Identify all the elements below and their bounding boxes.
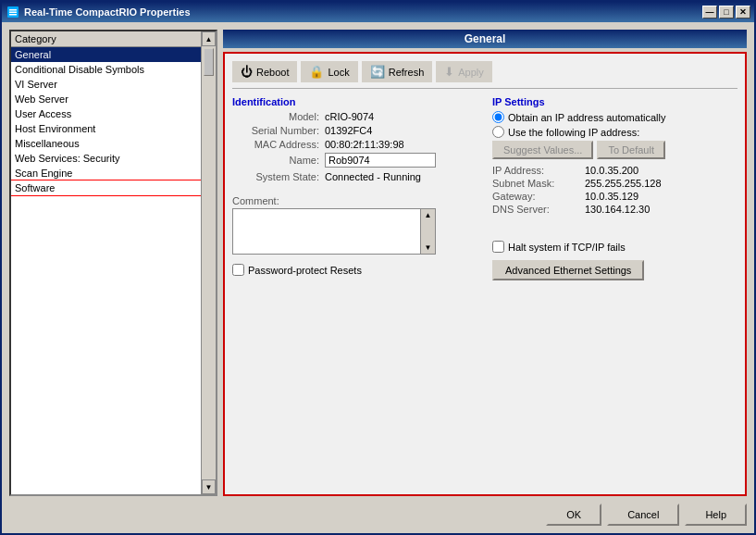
dns-value: 130.164.12.30 [585, 204, 650, 215]
manual-ip-radio[interactable] [492, 126, 504, 138]
halt-row: Halt system if TCP/IP fails [492, 241, 737, 253]
svg-rect-2 [9, 12, 17, 14]
comment-label: Comment: [232, 195, 477, 206]
lock-button[interactable]: 🔒 Lock [301, 61, 357, 82]
reboot-button[interactable]: ⏻ Reboot [232, 61, 297, 82]
gateway-value: 10.0.35.129 [585, 191, 638, 202]
help-button[interactable]: Help [685, 504, 747, 526]
model-row: Model: cRIO-9074 [232, 111, 477, 122]
sidebar-item-conditional-disable[interactable]: Conditional Disable Symbols [11, 62, 201, 77]
sidebar-item-general[interactable]: General [11, 47, 201, 62]
ip-address-label: IP Address: [492, 165, 585, 176]
serial-row: Serial Number: 01392FC4 [232, 125, 477, 136]
subnet-value: 255.255.255.128 [585, 178, 662, 189]
svg-rect-1 [9, 9, 17, 11]
sidebar-item-miscellaneous[interactable]: Miscellaneous [11, 136, 201, 151]
name-row: Name: [232, 153, 477, 168]
right-column: IP Settings Obtain an IP address automat… [492, 96, 737, 487]
model-value: cRIO-9074 [325, 111, 374, 122]
apply-button[interactable]: ⬇ Apply [436, 61, 492, 82]
auto-ip-row: Obtain an IP address automatically [492, 111, 737, 123]
refresh-icon: 🔄 [370, 65, 385, 79]
title-bar: Real-Time CompactRIO Properties — □ ✕ [2, 2, 754, 22]
refresh-button[interactable]: 🔄 Refresh [362, 61, 433, 82]
advanced-ethernet-button[interactable]: Advanced Ethernet Settings [492, 260, 644, 280]
sidebar-item-web-server[interactable]: Web Server [11, 92, 201, 106]
comment-scroll-down[interactable]: ▼ [425, 242, 432, 254]
comment-scroll-up[interactable]: ▲ [425, 209, 432, 221]
gateway-row: Gateway: 10.0.35.129 [492, 191, 737, 202]
comment-scrollbar: ▲ ▼ [420, 209, 435, 254]
sidebar-item-host-environment[interactable]: Host Environment [11, 121, 201, 136]
apply-label: Apply [458, 67, 484, 78]
password-protect-label: Password-protect Resets [248, 265, 362, 276]
password-protect-checkbox[interactable] [232, 264, 244, 276]
sidebar-list: Category General Conditional Disable Sym… [11, 31, 201, 494]
ok-button[interactable]: OK [546, 504, 601, 526]
sidebar-header: Category [11, 31, 201, 47]
advanced-btn-wrapper: Advanced Ethernet Settings [492, 260, 737, 280]
ip-address-value: 10.0.35.200 [585, 165, 638, 176]
sidebar-item-software[interactable]: Software [11, 180, 201, 195]
serial-value: 01392FC4 [325, 125, 372, 136]
panel-content: ⏻ Reboot 🔒 Lock 🔄 Refresh ⬇ [223, 52, 747, 496]
maximize-button[interactable]: □ [719, 6, 734, 19]
manual-ip-label: Use the following IP address: [508, 127, 639, 138]
ip-address-row: IP Address: 10.0.35.200 [492, 165, 737, 176]
panel-inner: Identification Model: cRIO-9074 Serial N… [232, 96, 737, 487]
gateway-label: Gateway: [492, 191, 585, 202]
main-window: Real-Time CompactRIO Properties — □ ✕ Ca… [0, 0, 756, 535]
halt-section: Halt system if TCP/IP fails Advanced Eth… [492, 241, 737, 280]
mac-row: MAC Address: 00:80:2f:11:39:98 [232, 139, 477, 150]
system-state-row: System State: Connected - Running [232, 171, 477, 182]
window-body: Category General Conditional Disable Sym… [2, 22, 754, 533]
window-title: Real-Time CompactRIO Properties [24, 6, 702, 18]
sidebar-item-user-access[interactable]: User Access [11, 106, 201, 121]
sidebar-item-scan-engine[interactable]: Scan Engine [11, 166, 201, 180]
halt-label: Halt system if TCP/IP fails [508, 242, 626, 253]
right-panel: General ⏻ Reboot 🔒 Lock 🔄 [223, 30, 747, 496]
dns-label: DNS Server: [492, 204, 585, 215]
serial-label: Serial Number: [232, 125, 325, 136]
refresh-label: Refresh [389, 67, 425, 78]
sidebar-item-web-services-security[interactable]: Web Services: Security [11, 151, 201, 166]
close-button[interactable]: ✕ [736, 6, 750, 19]
ip-btn-row: Suggest Values... To Default [492, 141, 737, 159]
svg-rect-3 [9, 14, 17, 16]
title-bar-controls: — □ ✕ [702, 6, 750, 19]
model-label: Model: [232, 111, 325, 122]
reboot-label: Reboot [256, 67, 289, 78]
lock-icon: 🔒 [309, 65, 324, 79]
password-protect-row: Password-protect Resets [232, 264, 477, 276]
name-input[interactable] [325, 153, 436, 168]
comment-section: Comment: ▲ ▼ [232, 195, 477, 255]
cancel-button[interactable]: Cancel [607, 504, 679, 526]
sidebar: Category General Conditional Disable Sym… [9, 30, 217, 496]
sidebar-item-vi-server[interactable]: VI Server [11, 77, 201, 92]
minimize-button[interactable]: — [702, 6, 717, 19]
footer: OK Cancel Help [9, 496, 747, 526]
sidebar-scroll-up[interactable]: ▲ [202, 31, 216, 46]
comment-textarea[interactable] [233, 209, 420, 254]
auto-ip-label: Obtain an IP address automatically [508, 112, 665, 123]
sidebar-scroll-track [202, 46, 216, 479]
system-state-label: System State: [232, 171, 325, 182]
mac-label: MAC Address: [232, 139, 325, 150]
sidebar-scroll-thumb[interactable] [204, 48, 214, 76]
window-icon [6, 5, 20, 19]
comment-box-wrapper: ▲ ▼ [232, 208, 436, 255]
suggest-values-button[interactable]: Suggest Values... [492, 141, 593, 159]
main-content: Category General Conditional Disable Sym… [9, 30, 747, 496]
sidebar-scroll-down[interactable]: ▼ [202, 479, 216, 494]
manual-ip-row: Use the following IP address: [492, 126, 737, 138]
subnet-label: Subnet Mask: [492, 178, 585, 189]
auto-ip-radio[interactable] [492, 111, 504, 123]
halt-checkbox[interactable] [492, 241, 504, 253]
to-default-button[interactable]: To Default [597, 141, 665, 159]
reboot-icon: ⏻ [241, 65, 253, 79]
subnet-row: Subnet Mask: 255.255.255.128 [492, 178, 737, 189]
toolbar: ⏻ Reboot 🔒 Lock 🔄 Refresh ⬇ [232, 61, 737, 89]
panel-title: General [223, 30, 747, 48]
identification-section: Identification Model: cRIO-9074 Serial N… [232, 96, 477, 182]
system-state-value: Connected - Running [325, 171, 421, 182]
